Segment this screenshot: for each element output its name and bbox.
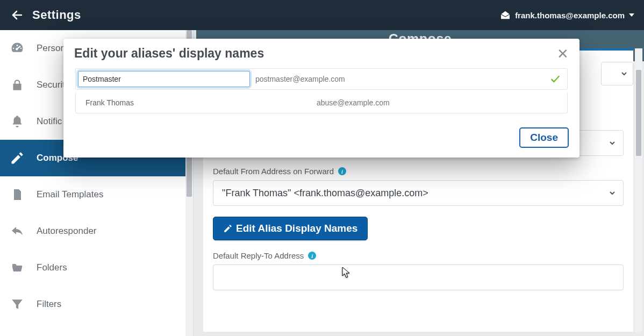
sidebar-item-filters[interactable]: Filters bbox=[0, 286, 185, 323]
field-label: Default From Address on Forward i bbox=[213, 167, 624, 176]
reply-to-block: Default Reply-To Address i bbox=[213, 251, 624, 290]
caret-down-icon bbox=[629, 13, 634, 17]
funnel-icon bbox=[10, 297, 25, 312]
button-label: Close bbox=[530, 132, 558, 143]
sidebar-item-label: Filters bbox=[37, 299, 61, 310]
account-email: frank.thomas@example.com bbox=[515, 11, 625, 20]
compose-icon bbox=[10, 151, 25, 166]
default-from-forward-block: Default From Address on Forward i "Frank… bbox=[213, 167, 624, 206]
info-icon[interactable]: i bbox=[308, 252, 316, 260]
reply-to-input[interactable] bbox=[213, 264, 624, 290]
folder-icon bbox=[10, 260, 25, 275]
back-button[interactable] bbox=[10, 8, 25, 23]
modal-title: Edit your aliases' display names bbox=[74, 46, 264, 61]
alias-email: abuse@example.com bbox=[317, 98, 390, 107]
info-icon[interactable]: i bbox=[338, 167, 346, 175]
alias-name-input[interactable] bbox=[78, 71, 250, 87]
edit-aliases-modal: Edit your aliases' display names ✕ postm… bbox=[63, 39, 579, 158]
modal-close-button[interactable]: Close bbox=[519, 127, 569, 148]
edit-alias-block: Edit Alias Display Names bbox=[213, 217, 624, 240]
file-icon bbox=[10, 187, 25, 202]
modal-close-x[interactable]: ✕ bbox=[557, 47, 569, 61]
sidebar-item-label: Person bbox=[37, 43, 66, 54]
sidebar-item-autoresponder[interactable]: Autoresponder bbox=[0, 213, 185, 249]
content-scrollbar[interactable] bbox=[635, 48, 642, 332]
modal-footer: Close bbox=[63, 124, 579, 158]
sidebar-item-label: Securit bbox=[37, 80, 65, 90]
arrow-left-icon bbox=[11, 9, 24, 22]
forward-label-text: Default From Address on Forward bbox=[213, 167, 334, 176]
account-menu[interactable]: frank.thomas@example.com bbox=[500, 11, 634, 20]
edit-alias-display-names-button[interactable]: Edit Alias Display Names bbox=[213, 217, 368, 240]
sidebar-item-label: Email Templates bbox=[37, 189, 103, 200]
alias-row[interactable]: Frank Thomas abuse@example.com bbox=[75, 92, 568, 113]
sidebar-item-label: Autoresponder bbox=[37, 226, 97, 237]
chevron-down-icon bbox=[609, 190, 616, 196]
alias-email: postmaster@example.com bbox=[255, 75, 345, 83]
bell-icon bbox=[10, 114, 25, 129]
chevron-down-icon bbox=[621, 71, 627, 76]
sidebar-item-label: Folders bbox=[37, 262, 67, 273]
page-title: Settings bbox=[32, 8, 81, 22]
gauge-icon bbox=[10, 41, 25, 56]
scrollbar-thumb[interactable] bbox=[636, 70, 641, 156]
alias-row: postmaster@example.com bbox=[75, 68, 568, 90]
mail-open-icon bbox=[500, 11, 511, 19]
sidebar-item-label: Notific bbox=[37, 116, 62, 127]
alias-name: Frank Thomas bbox=[82, 98, 260, 107]
partial-select[interactable] bbox=[601, 62, 633, 85]
check-icon bbox=[550, 74, 561, 84]
reply-icon bbox=[10, 224, 25, 239]
app-header: Settings frank.thomas@example.com bbox=[0, 0, 644, 30]
modal-body: postmaster@example.com Frank Thomas abus… bbox=[63, 65, 579, 124]
lock-icon bbox=[10, 77, 25, 92]
default-from-forward-select[interactable]: "Frank Thomas" <frank.thomas@example.com… bbox=[213, 180, 624, 206]
reply-to-label-text: Default Reply-To Address bbox=[213, 251, 304, 260]
forward-value: "Frank Thomas" <frank.thomas@example.com… bbox=[222, 188, 428, 199]
edit-icon bbox=[223, 224, 233, 233]
button-label: Edit Alias Display Names bbox=[236, 223, 357, 234]
chevron-down-icon bbox=[609, 140, 616, 146]
field-label: Default Reply-To Address i bbox=[213, 251, 624, 260]
modal-header: Edit your aliases' display names ✕ bbox=[63, 39, 579, 65]
sidebar-item-email-templates[interactable]: Email Templates bbox=[0, 176, 185, 213]
sidebar-item-folders[interactable]: Folders bbox=[0, 249, 185, 286]
tab-indicator bbox=[574, 48, 633, 51]
